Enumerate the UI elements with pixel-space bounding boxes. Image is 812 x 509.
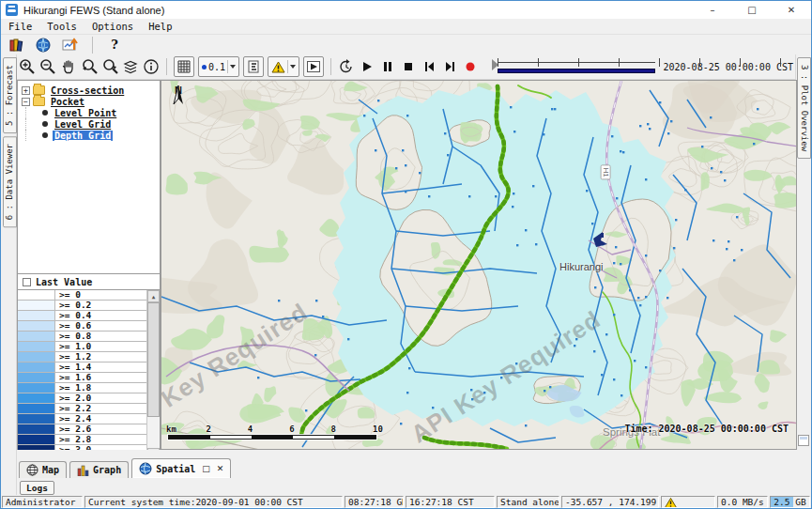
dock-layout-icon[interactable]	[798, 435, 809, 446]
info-icon[interactable]	[141, 56, 161, 77]
logs-button[interactable]: Logs	[20, 481, 54, 495]
help-button[interactable]: ?	[104, 35, 125, 55]
status-mode: Stand alone	[497, 496, 559, 508]
tab-plot-overview[interactable]: 3 : Plot Overview	[797, 57, 811, 159]
skip-to-end-button[interactable]	[439, 56, 460, 77]
database-books-icon[interactable]	[6, 35, 26, 55]
minimize-button[interactable]: –	[693, 1, 732, 19]
app-window: Hikurangi FEWS (Stand alone) – □ ✕ File …	[0, 0, 812, 509]
zoom-previous-icon[interactable]	[79, 56, 100, 77]
timeline-tick	[538, 58, 539, 67]
animation-movie-button[interactable]	[303, 56, 324, 77]
right-tab-strip: 3 : Plot Overview	[795, 54, 811, 448]
zoom-out-icon[interactable]	[38, 56, 58, 77]
legend-scrollbar[interactable]: ▲ ▼	[146, 290, 160, 460]
layer-point-icon	[42, 110, 48, 116]
timeline-tick	[659, 58, 660, 67]
status-gmt-time: 08:27:18 GMT	[345, 496, 404, 508]
menu-help[interactable]: Help	[141, 21, 179, 32]
tree-item-label: Level Grid	[53, 119, 113, 130]
warning-triangle-icon	[271, 61, 285, 73]
tab-forecast[interactable]: 5 : Forecast	[3, 57, 17, 133]
status-warning[interactable]	[661, 496, 715, 508]
menu-file[interactable]: File	[1, 21, 39, 32]
tree-item-level-point[interactable]: Level Point	[18, 107, 160, 118]
title-bar[interactable]: Hikurangi FEWS (Stand alone) – □ ✕	[1, 1, 811, 19]
legend-threshold-label: >= 1.4	[55, 362, 91, 372]
zoom-next-icon[interactable]	[100, 56, 120, 77]
export-timeseries-icon[interactable]	[60, 35, 81, 55]
skip-to-start-button[interactable]	[419, 56, 439, 77]
reset-time-icon[interactable]	[336, 56, 357, 77]
tab-restore-icon[interactable]: □	[202, 464, 210, 473]
legend-color-swatch	[18, 290, 55, 300]
bar-chart-icon	[77, 464, 89, 476]
legend-color-swatch	[18, 311, 55, 320]
legend-header: Last Value	[18, 274, 160, 290]
menu-tools[interactable]: Tools	[39, 21, 84, 32]
scale-tick-label: 4	[248, 424, 253, 434]
tree-connector	[25, 130, 40, 141]
warnings-dropdown[interactable]	[268, 56, 299, 77]
tree-item-depth-grid[interactable]: Depth Grid	[18, 130, 160, 141]
zoom-in-icon[interactable]	[17, 56, 38, 77]
legend-color-swatch	[18, 435, 55, 444]
status-local-time: 16:27:18 CST	[406, 496, 495, 508]
legend-color-swatch	[18, 404, 55, 413]
pause-button[interactable]	[377, 56, 398, 77]
left-tab-strip: 5 : Forecast 6 : Data Viewer	[1, 54, 17, 495]
tab-close-icon[interactable]: ✕	[217, 464, 224, 473]
tree-expander-icon[interactable]: +	[22, 86, 30, 95]
toolbar-separator	[92, 37, 93, 54]
legend-threshold-label: >= 1.6	[55, 373, 91, 382]
tab-map[interactable]: Map	[19, 461, 67, 478]
bottom-tab-area: Map Graph Spatial □ ✕ Logs	[17, 450, 797, 497]
current-time-display: 2020-08-25 00:00:00 CST	[664, 62, 797, 72]
map-globe-icon[interactable]	[33, 35, 54, 55]
tree-item-level-grid[interactable]: Level Grid	[18, 118, 160, 130]
window-title: Hikurangi FEWS (Stand alone)	[23, 5, 164, 16]
status-coordinates: -35.657 , 174.199	[561, 496, 659, 508]
legend-color-swatch	[18, 424, 55, 434]
grid-display-button[interactable]	[174, 56, 194, 77]
status-user: Administrator	[2, 496, 83, 508]
record-button[interactable]	[460, 56, 481, 77]
legend-button[interactable]	[243, 56, 264, 77]
legend-color-swatch	[18, 301, 55, 310]
legend-title: Last Value	[36, 277, 92, 287]
menu-options[interactable]: Options	[84, 21, 141, 32]
timeline-tick	[699, 58, 700, 67]
decimal-precision-dropdown[interactable]: 0.1	[198, 56, 239, 77]
folder-icon	[33, 97, 45, 106]
dot-icon	[202, 65, 207, 69]
tree-item-label: Depth Grid	[53, 131, 113, 141]
time-slider[interactable]	[492, 57, 654, 76]
legend-threshold-label: >= 2.0	[55, 393, 91, 403]
tab-data-viewer[interactable]: 6 : Data Viewer	[3, 136, 17, 227]
map-canvas[interactable]: API Key Required API Key Required N Hiku…	[161, 80, 797, 450]
close-button[interactable]: ✕	[772, 1, 811, 19]
status-memory[interactable]: 2.5 GB	[770, 496, 810, 508]
tree-expander-icon[interactable]: −	[22, 98, 30, 106]
tab-graph[interactable]: Graph	[69, 461, 129, 478]
play-button[interactable]	[357, 56, 377, 77]
legend-threshold-label: >= 0.2	[55, 301, 91, 310]
legend-color-swatch	[18, 362, 55, 372]
pan-hand-icon[interactable]	[58, 56, 79, 77]
maximize-button[interactable]: □	[732, 1, 772, 19]
stop-button[interactable]	[398, 56, 419, 77]
legend-color-swatch	[18, 332, 55, 341]
legend-threshold-label: >= 0.6	[55, 321, 91, 331]
scale-segment	[293, 436, 334, 439]
north-arrow: N	[169, 85, 188, 96]
legend-threshold-label: >= 0	[55, 290, 81, 300]
scrollbar-thumb[interactable]	[147, 302, 160, 417]
tab-spatial[interactable]: Spatial □ ✕	[131, 458, 231, 478]
scroll-up-icon[interactable]: ▲	[147, 290, 160, 302]
tree-item-pocket[interactable]: −Pocket	[18, 96, 160, 107]
last-value-checkbox[interactable]	[23, 278, 31, 286]
toolbar-separator	[166, 58, 167, 75]
legend-threshold-label: >= 2.6	[55, 424, 91, 434]
scale-unit-label: km	[166, 424, 176, 434]
layers-icon[interactable]	[120, 56, 141, 77]
